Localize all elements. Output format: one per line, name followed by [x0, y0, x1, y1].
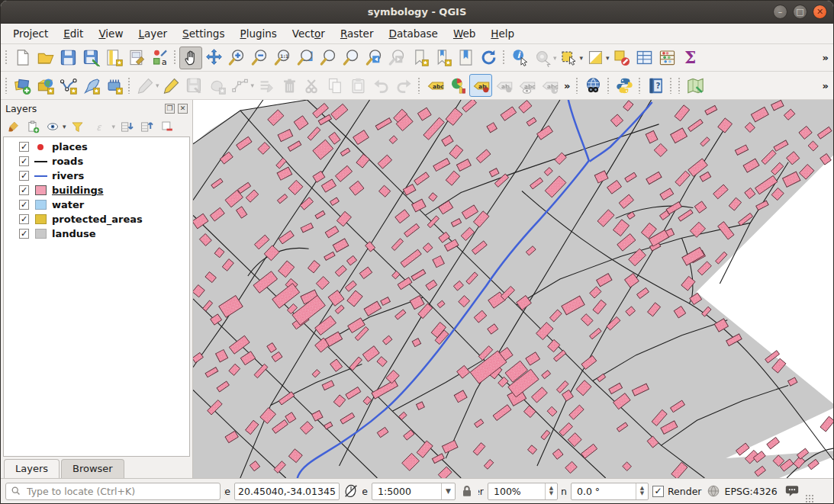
- rotation-spinner[interactable]: ▲▼: [636, 483, 648, 499]
- collapse-all-icon[interactable]: [137, 118, 156, 135]
- resize-grip[interactable]: [805, 494, 814, 503]
- statistical-summary-icon[interactable]: Σ: [679, 47, 702, 69]
- layer-checkbox-protected_areas[interactable]: ✓: [19, 214, 29, 224]
- show-bookmark-manager-icon[interactable]: [454, 47, 477, 69]
- show-layout-manager-icon[interactable]: [125, 47, 148, 69]
- layer-checkbox-water[interactable]: ✓: [19, 200, 29, 210]
- menu-settings[interactable]: Settings: [175, 25, 232, 42]
- remove-layer-group-icon[interactable]: [157, 118, 175, 135]
- pan-map-to-selection-icon[interactable]: [202, 47, 225, 69]
- metasearch-icon[interactable]: [581, 74, 604, 97]
- messages-icon[interactable]: [784, 483, 800, 499]
- close-panel-icon[interactable]: ✕: [178, 104, 188, 114]
- layer-checkbox-buildings[interactable]: ✓: [19, 185, 29, 195]
- show-hide-labels-icon[interactable]: abc: [515, 74, 538, 97]
- new-geopackage-layer-icon[interactable]: [34, 74, 56, 97]
- coordinate-input[interactable]: 20.45040,-34.01345: [234, 483, 340, 500]
- modify-attributes-selected-icon[interactable]: [255, 74, 278, 97]
- open-project-icon[interactable]: [34, 47, 56, 69]
- layer-name-roads[interactable]: roads: [52, 156, 83, 167]
- new-spatial-bookmark-icon[interactable]: [408, 47, 431, 69]
- menu-layer[interactable]: Layer: [130, 25, 175, 42]
- layer-checkbox-rivers[interactable]: ✓: [19, 171, 29, 181]
- layer-name-landuse[interactable]: landuse: [52, 228, 96, 239]
- delete-selected-icon[interactable]: [278, 74, 301, 97]
- layer-labeling-options-icon[interactable]: abc: [423, 74, 446, 97]
- menu-view[interactable]: View: [91, 25, 130, 42]
- python-console-icon[interactable]: [613, 74, 636, 97]
- zoom-last-icon[interactable]: [362, 47, 385, 69]
- scale-combo[interactable]: 1:5000 ▼: [372, 483, 456, 500]
- select-features-by-value-icon[interactable]: [584, 47, 607, 69]
- minimize-button[interactable]: –: [773, 5, 787, 19]
- manage-map-themes-dropdown-icon[interactable]: ▾: [63, 123, 66, 130]
- lock-scale-icon[interactable]: [459, 483, 475, 499]
- scale-dropdown-icon[interactable]: ▼: [441, 483, 455, 499]
- toolbar-drag-handle[interactable]: [173, 50, 177, 66]
- titlebar[interactable]: symbology - QGIS – □ ✕: [1, 1, 833, 24]
- layer-name-rivers[interactable]: rivers: [52, 170, 84, 181]
- add-group-icon[interactable]: [24, 118, 42, 135]
- toolbar-drag-handle[interactable]: [417, 77, 421, 94]
- crs-status[interactable]: EPSG:4326: [725, 486, 778, 497]
- dock-tab-browser[interactable]: Browser: [61, 459, 124, 478]
- layer-name-places[interactable]: places: [52, 141, 88, 152]
- menu-database[interactable]: Database: [381, 25, 445, 42]
- new-shapefile-layer-icon[interactable]: [56, 74, 79, 97]
- current-edits-dropdown-icon[interactable]: ▾: [156, 82, 159, 89]
- maximize-button[interactable]: □: [793, 5, 807, 19]
- layer-checkbox-landuse[interactable]: ✓: [19, 229, 29, 239]
- new-project-icon[interactable]: [11, 47, 34, 69]
- float-panel-icon[interactable]: ❐: [165, 104, 175, 114]
- open-attribute-table-icon[interactable]: [633, 47, 656, 69]
- toolbar-drag-handle[interactable]: [638, 77, 642, 94]
- layer-tree[interactable]: ✓places✓roads✓rivers✓buildings✓water✓pro…: [3, 136, 190, 457]
- open-layer-styling-dock-icon[interactable]: [4, 118, 22, 135]
- layer-diagram-options-icon[interactable]: [446, 74, 469, 97]
- select-features-by-value-dropdown-icon[interactable]: ▾: [606, 54, 610, 62]
- zoom-next-icon[interactable]: [385, 47, 408, 69]
- magnifier-spinbox[interactable]: 100% ▲▼: [488, 483, 558, 500]
- layer-item-rivers[interactable]: ✓rivers: [4, 169, 189, 183]
- menu-help[interactable]: Help: [483, 25, 522, 42]
- menu-plugins[interactable]: Plugins: [232, 25, 284, 42]
- move-label-icon[interactable]: abc: [538, 74, 561, 97]
- crs-globe-icon[interactable]: [706, 483, 721, 499]
- field-calculator-icon[interactable]: [656, 47, 679, 69]
- magnifier-spinner[interactable]: ▲▼: [545, 483, 557, 499]
- layer-name-buildings[interactable]: buildings: [52, 185, 104, 196]
- layer-item-protected_areas[interactable]: ✓protected_areas: [4, 212, 189, 226]
- zoom-full-icon[interactable]: [294, 47, 317, 69]
- add-polygon-feature-icon[interactable]: [206, 74, 229, 97]
- map-canvas[interactable]: [193, 100, 833, 478]
- open-data-source-manager-icon[interactable]: [11, 74, 34, 97]
- copy-features-icon[interactable]: [324, 74, 346, 97]
- render-checkbox[interactable]: ✓: [652, 486, 664, 497]
- filter-legend-by-expression-icon[interactable]: ε: [89, 118, 111, 135]
- pan-map-icon[interactable]: [179, 47, 202, 69]
- new-spatialite-layer-icon[interactable]: [79, 74, 102, 97]
- pin-unpin-labels-icon[interactable]: ab: [469, 74, 492, 97]
- toolbar-overflow-1[interactable]: »: [820, 52, 832, 63]
- vertex-tool-dropdown-icon[interactable]: ▾: [251, 82, 255, 89]
- select-features-icon[interactable]: [558, 47, 581, 69]
- run-feature-action-dropdown-icon[interactable]: ▾: [553, 54, 557, 62]
- layer-name-water[interactable]: water: [52, 199, 84, 210]
- expand-all-icon[interactable]: [118, 118, 136, 135]
- undo-icon[interactable]: [369, 74, 392, 97]
- zoom-to-layer-icon[interactable]: [340, 47, 362, 69]
- dock-tab-layers[interactable]: Layers: [4, 459, 60, 478]
- layer-name-protected_areas[interactable]: protected_areas: [52, 213, 143, 225]
- layer-checkbox-places[interactable]: ✓: [19, 142, 29, 152]
- zoom-to-selection-icon[interactable]: [317, 47, 340, 69]
- menu-raster[interactable]: Raster: [333, 25, 382, 42]
- layer-item-buildings[interactable]: ✓buildings: [4, 183, 189, 197]
- cut-features-icon[interactable]: [301, 74, 324, 97]
- layer-item-landuse[interactable]: ✓landuse: [4, 226, 189, 241]
- menu-web[interactable]: Web: [446, 25, 483, 42]
- new-virtual-layer-icon[interactable]: [102, 74, 125, 97]
- style-manager-icon[interactable]: a: [148, 47, 171, 69]
- toolbar-drag-handle[interactable]: [575, 77, 579, 94]
- save-project-as-icon[interactable]: [79, 47, 102, 69]
- identify-features-icon[interactable]: i: [508, 47, 531, 69]
